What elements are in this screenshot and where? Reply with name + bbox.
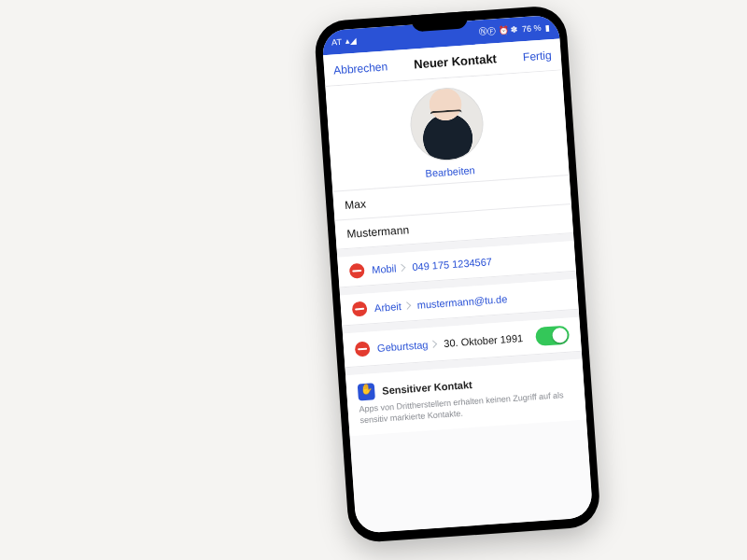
signal-icon: ▴◢ xyxy=(345,36,358,47)
last-name-value: Mustermann xyxy=(346,223,410,241)
cancel-button[interactable]: Abbrechen xyxy=(333,60,388,77)
birthday-type-picker[interactable]: Geburtstag xyxy=(377,338,437,353)
first-name-value: Max xyxy=(345,197,367,212)
content-scroll[interactable]: Bearbeiten Max Mustermann Mobil xyxy=(325,70,593,534)
edit-photo-button[interactable]: Bearbeiten xyxy=(425,164,475,179)
chevron-right-icon xyxy=(403,301,411,309)
remove-icon[interactable] xyxy=(355,341,371,357)
birthday-value[interactable]: 30. Oktober 1991 xyxy=(444,332,529,349)
avatar[interactable] xyxy=(408,85,486,162)
hand-icon xyxy=(358,383,375,400)
chevron-right-icon xyxy=(430,340,437,347)
battery-label: 76 % xyxy=(522,23,542,34)
phone-value[interactable]: 049 175 1234567 xyxy=(412,251,564,273)
email-value[interactable]: mustermann@tu.de xyxy=(416,289,567,311)
page-title: Neuer Kontakt xyxy=(414,51,498,71)
status-icons: ⓃⒻ ⏰ ✽ xyxy=(479,23,519,38)
phone-frame: AT ▴◢ ⓃⒻ ⏰ ✽ 76 % ▮ Abbrechen Neuer Kont… xyxy=(314,5,601,543)
done-button[interactable]: Fertig xyxy=(523,49,553,63)
screen: AT ▴◢ ⓃⒻ ⏰ ✽ 76 % ▮ Abbrechen Neuer Kont… xyxy=(321,15,593,534)
remove-icon[interactable] xyxy=(352,301,368,317)
battery-icon: ▮ xyxy=(544,22,550,32)
chevron-right-icon xyxy=(398,264,405,272)
carrier-label: AT xyxy=(331,37,343,48)
remove-icon[interactable] xyxy=(349,263,365,279)
sensitive-title: Sensitiver Kontakt xyxy=(382,379,472,397)
birthday-toggle[interactable] xyxy=(535,326,570,346)
phone-type-picker[interactable]: Mobil xyxy=(372,262,405,275)
email-type-picker[interactable]: Arbeit xyxy=(374,300,410,314)
